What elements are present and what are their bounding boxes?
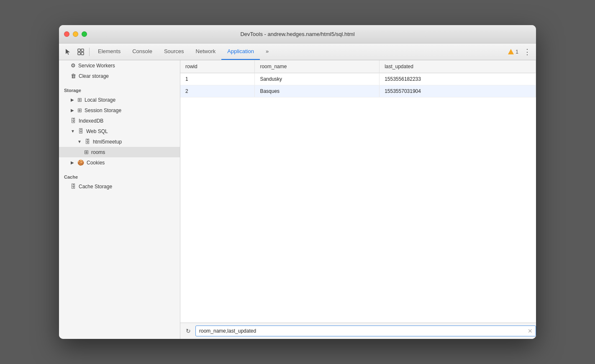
main-content: ⚙ Service Workers 🗑 Clear storage Storag… bbox=[59, 60, 536, 339]
cursor-icon bbox=[64, 48, 72, 56]
database-icon: 🗄 bbox=[85, 138, 90, 145]
clear-query-button[interactable]: ✕ bbox=[528, 328, 533, 334]
sidebar-item-html5meetup[interactable]: ▼ 🗄 html5meetup bbox=[59, 136, 180, 147]
cache-section-label: Cache bbox=[59, 172, 180, 181]
grid-icon: ⊞ bbox=[77, 97, 82, 103]
table-area: rowid room_name last_updated 1Sandusky15… bbox=[180, 60, 536, 339]
cell-room_name: Sandusky bbox=[255, 73, 380, 85]
tab-console[interactable]: Console bbox=[126, 44, 158, 60]
cell-rowid: 1 bbox=[180, 73, 255, 85]
table-row[interactable]: 1Sandusky1553556182233 bbox=[180, 73, 536, 85]
svg-rect-1 bbox=[81, 49, 84, 51]
grid-icon: ⊞ bbox=[77, 107, 82, 113]
sidebar-item-cookies[interactable]: ▶ 🍪 Cookies bbox=[59, 157, 180, 168]
col-rowid: rowid bbox=[180, 60, 255, 73]
sidebar-item-clear-storage[interactable]: 🗑 Clear storage bbox=[59, 71, 180, 81]
toolbar-tabs: Elements Console Sources Network Applica… bbox=[92, 44, 507, 60]
sidebar-item-local-storage[interactable]: ▶ ⊞ Local Storage bbox=[59, 95, 180, 105]
storage-section-label: Storage bbox=[59, 85, 180, 95]
sidebar-item-cache-storage[interactable]: 🗄 Cache Storage bbox=[59, 181, 180, 192]
cell-room_name: Basques bbox=[255, 85, 380, 97]
refresh-icon: ↻ bbox=[186, 328, 191, 334]
inspect-icon-button[interactable] bbox=[75, 46, 87, 58]
table-header-row: rowid room_name last_updated bbox=[180, 60, 536, 73]
minimize-button[interactable] bbox=[73, 31, 78, 37]
tab-sources[interactable]: Sources bbox=[158, 44, 190, 60]
fullscreen-button[interactable] bbox=[82, 31, 87, 37]
svg-rect-0 bbox=[78, 49, 80, 51]
tab-elements[interactable]: Elements bbox=[92, 44, 126, 60]
svg-rect-3 bbox=[81, 52, 84, 55]
titlebar: DevTools - andrew.hedges.name/html5/sql.… bbox=[59, 25, 536, 44]
traffic-lights bbox=[64, 31, 87, 37]
results-table: rowid room_name last_updated 1Sandusky15… bbox=[180, 60, 536, 97]
refresh-button[interactable]: ↻ bbox=[184, 326, 193, 336]
col-last-updated: last_updated bbox=[380, 60, 536, 73]
tab-network[interactable]: Network bbox=[190, 44, 222, 60]
query-input[interactable] bbox=[195, 326, 536, 336]
sidebar-item-service-workers[interactable]: ⚙ Service Workers bbox=[59, 60, 180, 71]
chevron-right-icon: ▶ bbox=[71, 108, 74, 113]
col-room-name: room_name bbox=[255, 60, 380, 73]
database-icon: 🗄 bbox=[71, 118, 76, 124]
warning-badge[interactable]: 1 bbox=[508, 49, 518, 55]
trash-icon: 🗑 bbox=[71, 73, 76, 79]
toolbar-divider bbox=[89, 48, 90, 56]
window-title: DevTools - andrew.hedges.name/html5/sql.… bbox=[240, 31, 354, 37]
toolbar: Elements Console Sources Network Applica… bbox=[59, 44, 536, 60]
tab-overflow[interactable]: » bbox=[260, 44, 274, 60]
tab-application[interactable]: Application bbox=[221, 44, 260, 60]
table-icon: ⊞ bbox=[84, 149, 89, 155]
cursor-icon-button[interactable] bbox=[62, 46, 74, 58]
sidebar-item-indexeddb[interactable]: 🗄 IndexedDB bbox=[59, 115, 180, 126]
sidebar-item-websql[interactable]: ▼ 🗄 Web SQL bbox=[59, 126, 180, 136]
table-row[interactable]: 2Basques1553557031904 bbox=[180, 85, 536, 97]
chevron-right-icon: ▶ bbox=[71, 160, 74, 165]
sidebar-item-session-storage[interactable]: ▶ ⊞ Session Storage bbox=[59, 105, 180, 115]
sidebar-item-rooms[interactable]: ⊞ rooms bbox=[59, 147, 180, 157]
sidebar: ⚙ Service Workers 🗑 Clear storage Storag… bbox=[59, 60, 180, 339]
more-button[interactable]: ⋮ bbox=[522, 47, 533, 56]
inspect-icon bbox=[77, 48, 85, 56]
warning-triangle-icon bbox=[508, 49, 514, 54]
svg-rect-2 bbox=[78, 52, 80, 55]
database-icon: 🗄 bbox=[78, 128, 84, 134]
chevron-down-icon: ▼ bbox=[71, 129, 75, 133]
toolbar-right: 1 ⋮ bbox=[508, 47, 533, 56]
cache-storage-icon: 🗄 bbox=[71, 183, 76, 190]
cell-rowid: 2 bbox=[180, 85, 255, 97]
chevron-down-icon: ▼ bbox=[77, 139, 82, 144]
query-bar: ↻ ✕ bbox=[180, 323, 536, 339]
cell-last_updated: 1553557031904 bbox=[380, 85, 536, 97]
gear-icon: ⚙ bbox=[71, 62, 76, 69]
close-button[interactable] bbox=[64, 31, 69, 37]
devtools-window: DevTools - andrew.hedges.name/html5/sql.… bbox=[59, 25, 536, 339]
chevron-right-icon: ▶ bbox=[71, 97, 74, 102]
cell-last_updated: 1553556182233 bbox=[380, 73, 536, 85]
cookie-icon: 🍪 bbox=[77, 159, 84, 166]
data-table: rowid room_name last_updated 1Sandusky15… bbox=[180, 60, 536, 323]
